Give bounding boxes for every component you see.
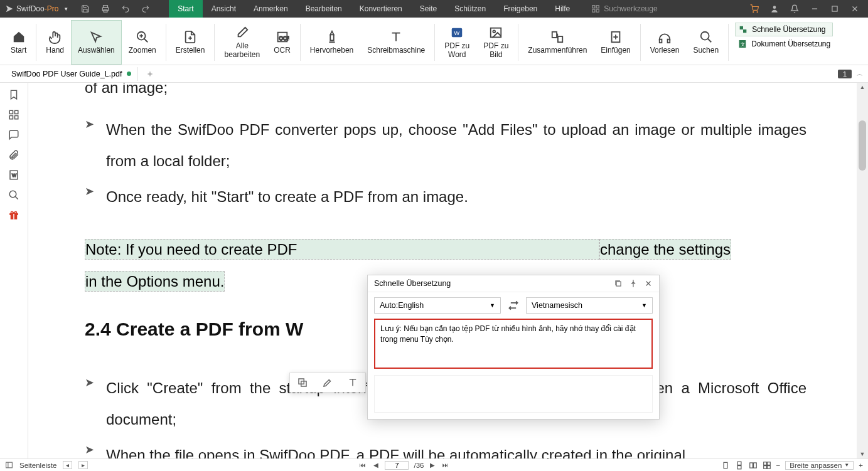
bullet-text: When the file opens in SwifDoo PDF, a PD… — [106, 440, 806, 458]
cursor-icon — [89, 30, 103, 44]
window-restore-icon[interactable] — [614, 279, 623, 288]
undo-icon[interactable] — [121, 4, 130, 13]
svg-text:W: W — [454, 30, 460, 36]
text-fragment: of an image; — [85, 83, 806, 97]
svg-rect-42 — [9, 116, 13, 119]
chevron-right-icon: ➤ — [85, 438, 106, 458]
new-tab-button[interactable]: ＋ — [146, 68, 154, 80]
find-icon[interactable] — [8, 189, 19, 201]
ribbon-hand[interactable]: Hand — [39, 20, 71, 65]
menu-view[interactable]: Ansicht — [203, 0, 245, 18]
sidebar-label[interactable]: Seitenleiste — [19, 462, 56, 469]
sidebar-prev[interactable]: ◂ — [63, 461, 72, 469]
svg-rect-6 — [596, 9, 599, 12]
brand-dropdown-icon[interactable]: ▼ — [63, 6, 68, 12]
menu-convert[interactable]: Konvertieren — [351, 0, 411, 18]
pin-icon[interactable] — [629, 279, 638, 288]
document-tab[interactable]: SwifDoo PDF User Guide_L.pdf — [5, 67, 138, 81]
workspace: W of an image; ➤When the SwifDoo PDF con… — [0, 83, 868, 458]
single-page-icon[interactable] — [721, 461, 730, 470]
swap-languages-icon[interactable] — [507, 299, 520, 312]
zoom-select[interactable]: Breite anpassen▼ — [785, 461, 854, 470]
menu-annotate[interactable]: Anmerken — [245, 0, 297, 18]
svg-rect-62 — [737, 465, 741, 468]
thumbnails-icon[interactable] — [8, 109, 19, 120]
selection-toolbar — [289, 373, 366, 393]
ocr-icon: OCR — [276, 30, 289, 44]
next-page-button[interactable]: ▶ — [429, 462, 436, 468]
vertical-scrollbar[interactable]: ▲ ▼ — [857, 83, 868, 458]
scroll-up-icon[interactable]: ▲ — [857, 84, 868, 90]
maximize-icon[interactable] — [830, 4, 839, 13]
collapse-ribbon-icon[interactable]: ︿ — [857, 70, 863, 78]
ribbon-zoom[interactable]: Zoomen — [122, 20, 163, 65]
ribbon-ocr[interactable]: OCROCR — [267, 20, 297, 65]
menu-page[interactable]: Seite — [411, 0, 446, 18]
titlebar: SwifDoo-Pro ▼ Start Ansicht Anmerken Bea… — [0, 0, 868, 18]
ribbon-quick-translate[interactable]: Schnelle Übersetzung — [735, 23, 833, 36]
ribbon-highlight[interactable]: Hervorheben — [303, 20, 360, 65]
ribbon-to-word[interactable]: WPDF zu Word — [437, 20, 476, 65]
svg-line-37 — [708, 39, 712, 43]
word-export-icon[interactable]: W — [8, 169, 19, 181]
minimize-icon[interactable] — [810, 4, 819, 13]
sidebar-next[interactable]: ▸ — [78, 461, 88, 469]
ribbon-insert[interactable]: Einfügen — [594, 20, 637, 65]
page-view[interactable]: of an image; ➤When the SwifDoo PDF conve… — [28, 83, 868, 458]
chevron-right-icon: ➤ — [85, 180, 106, 211]
sidebar-toggle-icon[interactable] — [5, 461, 13, 469]
ribbon-select[interactable]: Auswählen — [71, 20, 122, 65]
bell-icon[interactable] — [790, 4, 799, 13]
scroll-down-icon[interactable]: ▼ — [857, 451, 868, 457]
save-icon[interactable] — [81, 4, 90, 13]
copy-icon[interactable] — [297, 377, 308, 388]
gift-icon[interactable] — [8, 209, 19, 221]
svg-rect-41 — [15, 110, 18, 114]
ribbon-edit-all[interactable]: Alle bearbeiten — [217, 20, 267, 65]
svg-rect-65 — [763, 462, 766, 465]
cart-icon[interactable] — [750, 4, 759, 13]
zoom-out-button[interactable]: − — [776, 462, 781, 469]
read-icon — [658, 30, 672, 44]
ribbon-create[interactable]: Erstellen — [169, 20, 212, 65]
search-tools[interactable]: Suchwerkzeuge — [591, 4, 657, 13]
attachment-icon[interactable] — [8, 149, 19, 161]
prev-page-button[interactable]: ◀ — [372, 462, 380, 468]
redo-icon[interactable] — [141, 4, 150, 13]
menu-edit[interactable]: Bearbeiten — [297, 0, 351, 18]
close-icon[interactable] — [644, 279, 653, 288]
svg-rect-27 — [491, 28, 501, 38]
close-icon[interactable] — [850, 4, 859, 13]
scroll-thumb[interactable] — [859, 120, 866, 171]
print-icon[interactable] — [101, 4, 110, 13]
current-page-input[interactable] — [385, 461, 409, 470]
ribbon-to-image[interactable]: PDF zu Bild — [476, 20, 515, 65]
ribbon-doc-translate[interactable]: 文 Dokument Übersetzung — [735, 38, 833, 50]
comment-icon[interactable] — [8, 129, 19, 140]
ribbon-typewriter[interactable]: Schreibmaschine — [360, 20, 432, 65]
ribbon-read[interactable]: Vorlesen — [643, 20, 687, 65]
last-page-button[interactable]: ⏭ — [441, 462, 450, 468]
svg-text:文: 文 — [741, 42, 745, 46]
highlighter-icon[interactable] — [322, 377, 333, 388]
menu-protect[interactable]: Schützen — [446, 0, 495, 18]
bookmark-icon[interactable] — [8, 89, 19, 100]
menu-start[interactable]: Start — [169, 0, 202, 18]
source-language-select[interactable]: Auto:English▼ — [374, 297, 501, 314]
user-icon[interactable] — [770, 4, 779, 13]
continuous-icon[interactable] — [735, 461, 744, 470]
ribbon-browse[interactable]: Suchen — [686, 20, 726, 65]
ribbon-merge[interactable]: Zusammenführen — [521, 20, 594, 65]
two-page-icon[interactable] — [749, 461, 758, 470]
hand-icon — [48, 30, 62, 44]
svg-line-47 — [15, 196, 18, 199]
ribbon-home[interactable]: Start — [4, 20, 33, 65]
two-page-cont-icon[interactable] — [763, 461, 771, 470]
zoom-in-button[interactable]: + — [859, 462, 863, 469]
first-page-button[interactable]: ⏮ — [358, 462, 367, 468]
menu-share[interactable]: Freigeben — [495, 0, 546, 18]
menu-help[interactable]: Hilfe — [546, 0, 579, 18]
text-icon[interactable] — [347, 377, 358, 388]
svg-rect-66 — [767, 462, 770, 465]
target-language-select[interactable]: Vietnamesisch▼ — [526, 297, 653, 314]
